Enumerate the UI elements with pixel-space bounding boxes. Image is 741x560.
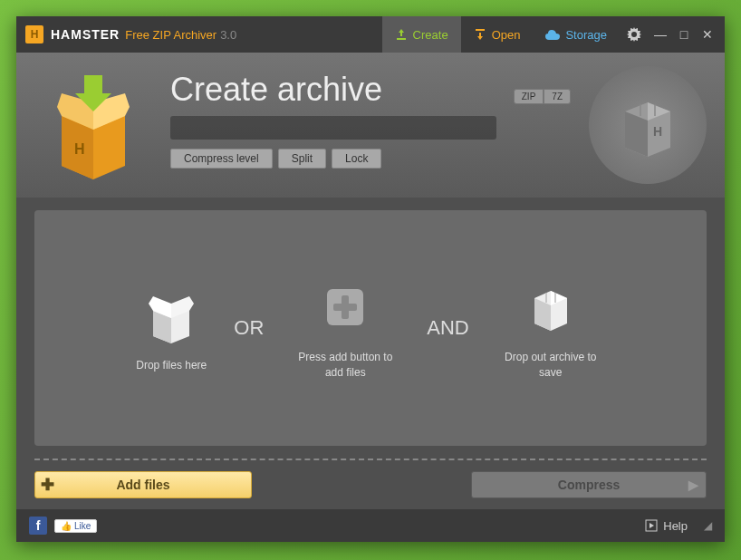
drop-area[interactable]: Drop files here OR Press add button to a… [34,210,707,446]
header-area: H Create archive Compress level Split Lo… [16,53,725,198]
brand-version: 3.0 [220,28,236,42]
app-window: H HAMSTER Free ZIP Archiver 3.0 Create O… [16,16,725,542]
and-connector: AND [427,316,468,340]
brand-name: HAMSTER [51,27,120,42]
drop-step-3: Drop out archive to save [496,275,605,381]
split-button[interactable]: Split [278,149,326,169]
open-box-icon [140,284,203,347]
maximize-button[interactable]: □ [676,26,692,43]
compress-label: Compress [558,478,620,492]
page-title: Create archive [170,71,496,109]
compress-button[interactable]: Compress ▶ [471,471,707,498]
footer: f 👍 Like Help ◢ [16,509,725,542]
tab-bar: Create Open Storage [382,16,620,53]
brand-subtitle: Free ZIP Archiver [125,28,217,42]
close-button[interactable]: ✕ [699,26,716,43]
arrow-right-icon: ▶ [688,478,698,492]
plus-icon [313,275,377,339]
gear-icon[interactable] [627,27,641,42]
svg-text:H: H [653,124,662,139]
tab-create-label: Create [413,28,448,42]
svg-text:H: H [74,141,85,157]
resize-grip[interactable]: ◢ [704,519,712,532]
svg-rect-19 [333,304,357,311]
compress-level-button[interactable]: Compress level [170,149,273,169]
option-row: Compress level Split Lock [170,149,496,169]
archive-preview: H [589,66,707,184]
cube-icon: H [611,89,684,161]
svg-marker-26 [650,523,654,528]
add-files-label: Add files [116,478,169,492]
like-label: Like [74,521,91,531]
step1-label: Drop files here [136,358,207,373]
action-row: ✚ Add files Compress ▶ [16,460,725,509]
format-7z[interactable]: 7Z [544,89,571,104]
tab-storage[interactable]: Storage [533,16,620,53]
header-content: Create archive Compress level Split Lock [170,71,496,169]
step2-label: Press add button to add files [291,350,399,381]
drop-step-1: Drop files here [136,284,207,373]
tab-open-label: Open [492,28,521,42]
add-files-button[interactable]: ✚ Add files [34,471,252,498]
titlebar: H HAMSTER Free ZIP Archiver 3.0 Create O… [16,16,725,53]
open-icon [474,28,486,41]
drop-step-2: Press add button to add files [291,275,399,381]
plus-icon-small: ✚ [41,475,54,495]
step3-label: Drop out archive to save [496,350,605,381]
lock-button[interactable]: Lock [332,149,381,169]
thumbs-up-icon: 👍 [61,521,72,531]
play-icon [645,519,658,532]
help-label: Help [663,519,688,533]
minimize-button[interactable]: — [652,26,669,43]
closed-box-icon [519,275,582,339]
tab-open[interactable]: Open [461,16,534,53]
format-toggle: ZIP 7Z [514,89,571,104]
window-controls: — □ ✕ [652,26,716,43]
facebook-icon[interactable]: f [29,517,47,535]
archive-box-icon: H [34,71,152,179]
tab-create[interactable]: Create [382,16,461,53]
help-button[interactable]: Help [645,519,688,533]
tab-storage-label: Storage [565,28,607,42]
archive-name-input[interactable] [170,116,496,140]
app-logo: H [25,25,43,43]
or-connector: OR [234,316,264,340]
upload-icon [395,28,408,41]
like-button[interactable]: 👍 Like [54,519,97,533]
format-zip[interactable]: ZIP [514,89,544,104]
cloud-icon [545,29,560,40]
